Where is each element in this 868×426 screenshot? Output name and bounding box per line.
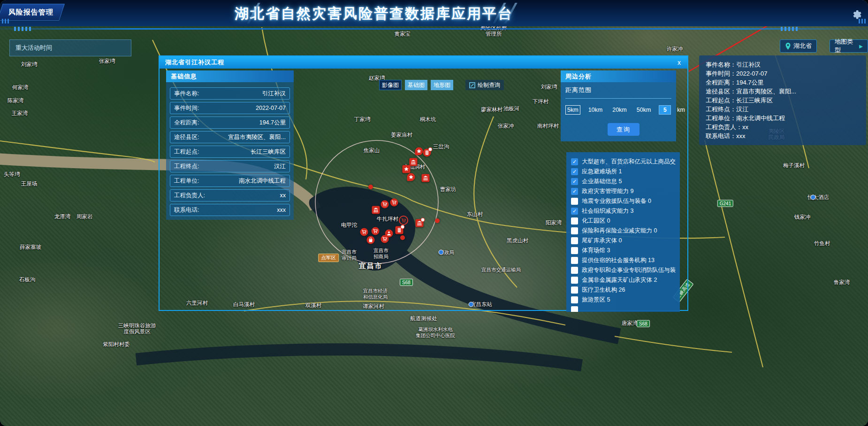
basic-info-row: 途径县区: 宜昌市夷陵区、襄阳... xyxy=(170,131,290,143)
category-row[interactable]: 金属非金属露天矿山承灾体 2 xyxy=(571,275,680,285)
tooltip-value: 2022-07-07 xyxy=(736,70,768,77)
map-marker[interactable] xyxy=(811,195,816,200)
decor-ticks-right xyxy=(781,27,798,31)
category-row[interactable]: 大型超市、百货店和亿元以上商品交 xyxy=(571,157,680,167)
tooltip-label: 工程单位： xyxy=(706,115,736,122)
range-option[interactable]: 10km xyxy=(586,105,605,115)
tooltip-value: 194.7公里 xyxy=(736,79,764,86)
category-row[interactable]: 提供住宿的社会服务机构 13 xyxy=(571,256,680,265)
info-value: 2022-07-07 xyxy=(256,105,286,111)
tooltip-value: 宜昌市夷陵区、襄阳... xyxy=(736,88,796,95)
range-option[interactable]: 5km xyxy=(565,105,580,115)
basic-info-body: 事件名称: 引江补汉 事件时间: 2022-07-07 全程距离: 194.7公… xyxy=(166,82,294,220)
basic-info-row: 联系电话: xxx xyxy=(170,204,290,216)
checkbox[interactable] xyxy=(571,227,578,234)
decor-ticks-left xyxy=(14,27,31,31)
category-row[interactable]: 应急避难场所 1 xyxy=(571,167,680,177)
checkbox[interactable] xyxy=(571,208,578,215)
draw-query-button[interactable]: 绘制查询 xyxy=(465,80,504,90)
info-label: 途径县区: xyxy=(174,133,199,141)
category-row[interactable]: 政府灾害管理能力 9 xyxy=(571,186,680,196)
tooltip-value: 汉江 xyxy=(736,106,748,113)
checkbox[interactable] xyxy=(571,287,578,294)
category-row[interactable]: 企业基础信息 5 xyxy=(571,177,680,186)
region-select-button[interactable]: 湖北省 xyxy=(780,39,817,53)
app-window: 刘家塆张家塆何家湾陈家湾王家湾头等塆王屋场龙潭湾周家岩薛家寨坡石板沟六里河村白马… xyxy=(0,0,868,426)
nav-tab[interactable]: 风险报告管理 xyxy=(0,4,65,21)
category-label: 企业基础信息 5 xyxy=(582,178,622,186)
category-row[interactable] xyxy=(571,305,680,312)
info-label: 联系电话: xyxy=(174,206,199,214)
range-option[interactable]: 20km xyxy=(610,105,629,115)
range-option[interactable]: 50km xyxy=(635,105,653,115)
category-label: 政府专职和企事业专职消防队伍与装 xyxy=(582,266,676,274)
checkbox[interactable] xyxy=(571,296,578,303)
tooltip-value: xx xyxy=(742,124,748,131)
modal-header[interactable]: 湖北省引江补汉工程 x xyxy=(160,56,687,69)
checkbox[interactable] xyxy=(571,306,578,312)
activity-panel-title: 重大活动时间 xyxy=(15,44,52,52)
tooltip-label: 全程距离： xyxy=(706,79,736,86)
info-label: 事件名称: xyxy=(174,90,199,98)
decor-edge-left xyxy=(2,19,9,23)
basic-info-row: 工程终点: 汉江 xyxy=(170,160,290,172)
category-row[interactable]: 体育场馆 3 xyxy=(571,246,680,256)
category-row[interactable]: 尾矿库承灾体 0 xyxy=(571,236,680,246)
range-unit-label: km xyxy=(677,107,685,113)
info-value: xx xyxy=(280,192,286,199)
analysis-category-list: 大型超市、百货店和亿元以上商品交 应急避难场所 1 企业基础信息 5 政府灾害管… xyxy=(566,152,680,312)
basic-info-row: 工程起点: 长江三峡库区 xyxy=(170,146,290,158)
basic-info-row: 事件名称: 引江补汉 xyxy=(170,87,290,100)
map-type-button[interactable]: 地图类型 xyxy=(830,39,868,53)
checkbox[interactable] xyxy=(571,277,578,284)
checkbox[interactable] xyxy=(571,178,578,185)
category-row[interactable]: 地震专业救援队伍与装备 0 xyxy=(571,196,680,206)
layer-switcher: 影像图基础图地形图 xyxy=(379,80,453,90)
checkbox[interactable] xyxy=(571,198,578,205)
tooltip-row: 联系电话：xxx xyxy=(706,132,860,140)
tooltip-row: 事件时间：2022-07-07 xyxy=(706,69,860,78)
range-input[interactable] xyxy=(659,105,671,115)
query-button[interactable]: 查询 xyxy=(608,123,640,136)
map-type-label: 地图类型 xyxy=(835,38,856,54)
road-sign: S68 xyxy=(637,320,650,327)
checkbox[interactable] xyxy=(571,188,578,195)
layer-button[interactable]: 影像图 xyxy=(379,80,402,90)
tooltip-row: 事件名称：引江补汉 xyxy=(706,60,860,69)
checkbox[interactable] xyxy=(571,257,578,264)
category-label: 体育场馆 3 xyxy=(582,247,610,255)
tooltip-label: 事件时间： xyxy=(706,70,736,77)
tooltip-row: 全程距离：194.7公里 xyxy=(706,78,860,87)
checkbox[interactable] xyxy=(571,267,578,274)
tooltip-row: 工程负责人：xx xyxy=(706,123,860,132)
category-row[interactable]: 旅游景区 5 xyxy=(571,295,680,305)
info-label: 工程单位: xyxy=(174,177,199,185)
category-label: 地震专业救援队伍与装备 0 xyxy=(582,197,651,205)
checkbox[interactable] xyxy=(571,247,578,254)
layer-button[interactable]: 基础图 xyxy=(405,80,427,90)
category-row[interactable]: 政府专职和企事业专职消防队伍与装 xyxy=(571,265,680,275)
category-row[interactable]: 医疗卫生机构 26 xyxy=(571,285,680,295)
region-button-label: 湖北省 xyxy=(793,42,812,50)
category-row[interactable]: 社会组织减灾能力 3 xyxy=(571,206,680,216)
category-label: 大型超市、百货店和亿元以上商品交 xyxy=(582,158,676,166)
major-activity-time-panel[interactable]: 重大活动时间 xyxy=(9,39,131,56)
info-label: 全程距离: xyxy=(174,119,199,127)
river-bottom xyxy=(136,349,582,365)
checkbox[interactable] xyxy=(571,217,578,225)
tooltip-label: 工程负责人： xyxy=(706,124,742,131)
close-icon[interactable]: x xyxy=(671,59,687,66)
checkbox[interactable] xyxy=(571,237,578,244)
checkbox[interactable] xyxy=(571,158,578,165)
category-row[interactable]: 保险和再保险企业减灾能力 0 xyxy=(571,226,680,236)
info-label: 事件时间: xyxy=(174,104,199,112)
tooltip-row: 工程单位：南水北调中线工程 xyxy=(706,114,860,123)
category-row[interactable]: 化工园区 0 xyxy=(571,216,680,226)
category-label: 医疗卫生机构 26 xyxy=(582,286,625,294)
top-navbar: 首页 一张图 重大决策服务 湖北省自然灾害风险普查数据库应用平台 重大工程服务 … xyxy=(0,0,868,26)
basic-info-row: 工程单位: 南水北调中线工程 xyxy=(170,175,290,187)
checkbox[interactable] xyxy=(571,168,578,175)
layer-button[interactable]: 地形图 xyxy=(431,80,453,90)
info-label: 工程起点: xyxy=(174,148,199,156)
tooltip-row: 工程终点：汉江 xyxy=(706,105,860,114)
